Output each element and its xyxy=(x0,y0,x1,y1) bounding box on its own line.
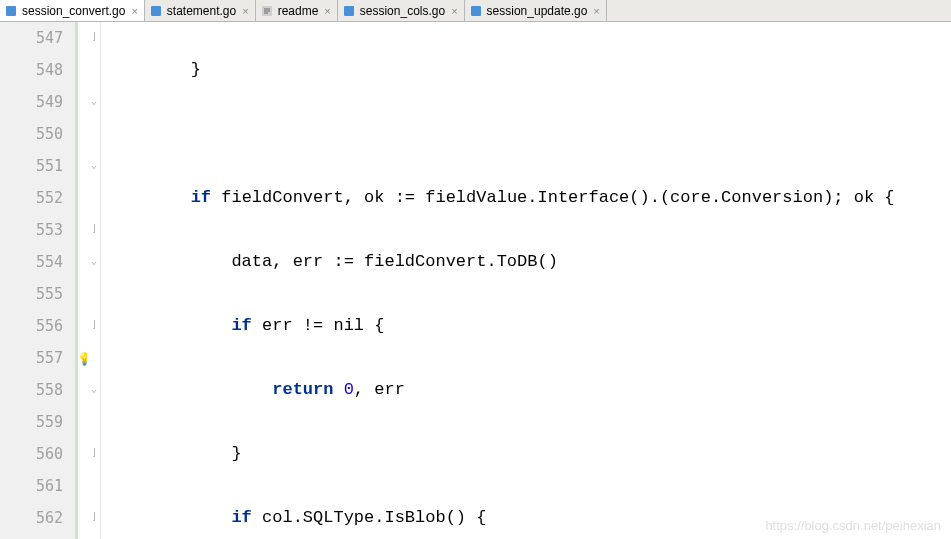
close-icon[interactable]: × xyxy=(242,5,248,17)
line-number: 553 xyxy=(0,214,63,246)
line-number: 559 xyxy=(0,406,63,438)
line-number: 556 xyxy=(0,310,63,342)
fold-start-icon[interactable]: ⌄ xyxy=(89,385,99,395)
go-file-icon xyxy=(342,4,356,18)
code-line: if err != nil { xyxy=(109,310,951,342)
tab-label: statement.go xyxy=(167,4,236,18)
line-number: 552 xyxy=(0,182,63,214)
text-file-icon xyxy=(260,4,274,18)
tab-label: session_convert.go xyxy=(22,4,125,18)
tab-statement[interactable]: statement.go × xyxy=(145,0,256,21)
code-editor[interactable]: 547 548 549 550 551 552 553 554 555 556 … xyxy=(0,22,951,539)
fold-strip: ⌋ ⌄ ⌄ ⌋ ⌄ ⌋ ⌄ ⌋ ⌋ xyxy=(87,22,101,539)
fold-end-icon[interactable]: ⌋ xyxy=(89,225,99,235)
tab-session-cols[interactable]: session_cols.go × xyxy=(338,0,465,21)
fold-end-icon[interactable]: ⌋ xyxy=(89,321,99,331)
svg-rect-7 xyxy=(471,6,481,16)
fold-end-icon[interactable]: ⌋ xyxy=(89,513,99,523)
svg-rect-1 xyxy=(151,6,161,16)
fold-end-icon[interactable]: ⌋ xyxy=(89,449,99,459)
tab-label: session_update.go xyxy=(487,4,588,18)
line-number: 548 xyxy=(0,54,63,86)
code-line: } xyxy=(109,54,951,86)
line-number: 547 xyxy=(0,22,63,54)
code-line: return 0, err xyxy=(109,374,951,406)
fold-end-icon[interactable]: ⌋ xyxy=(89,33,99,43)
editor-tabs: session_convert.go × statement.go × read… xyxy=(0,0,951,22)
svg-rect-6 xyxy=(344,6,354,16)
line-number: 562 xyxy=(0,502,63,534)
svg-rect-0 xyxy=(6,6,16,16)
fold-start-icon[interactable]: ⌄ xyxy=(89,97,99,107)
line-number: 561 xyxy=(0,470,63,502)
line-number-gutter: 547 548 549 550 551 552 553 554 555 556 … xyxy=(0,22,75,539)
tab-label: readme xyxy=(278,4,319,18)
tab-label: session_cols.go xyxy=(360,4,445,18)
code-area[interactable]: } if fieldConvert, ok := fieldValue.Inte… xyxy=(101,22,951,539)
code-line: } xyxy=(109,438,951,470)
close-icon[interactable]: × xyxy=(131,5,137,17)
line-number: 549 xyxy=(0,86,63,118)
tab-session-convert[interactable]: session_convert.go × xyxy=(0,0,145,21)
line-number: 557 xyxy=(0,342,63,374)
line-number: 555 xyxy=(0,278,63,310)
code-line: if col.SQLType.IsBlob() { xyxy=(109,502,951,534)
code-line xyxy=(109,118,951,150)
go-file-icon xyxy=(469,4,483,18)
close-icon[interactable]: × xyxy=(324,5,330,17)
line-number: 554 xyxy=(0,246,63,278)
line-number: 550 xyxy=(0,118,63,150)
fold-start-icon[interactable]: ⌄ xyxy=(89,257,99,267)
tab-session-update[interactable]: session_update.go × xyxy=(465,0,607,21)
go-file-icon xyxy=(149,4,163,18)
close-icon[interactable]: × xyxy=(451,5,457,17)
line-number: 558 xyxy=(0,374,63,406)
line-number: 551 xyxy=(0,150,63,182)
go-file-icon xyxy=(4,4,18,18)
fold-start-icon[interactable]: ⌄ xyxy=(89,161,99,171)
line-number: 560 xyxy=(0,438,63,470)
close-icon[interactable]: × xyxy=(593,5,599,17)
marker-strip: 💡 xyxy=(75,22,87,539)
code-line: if fieldConvert, ok := fieldValue.Interf… xyxy=(109,182,951,214)
tab-readme[interactable]: readme × xyxy=(256,0,338,21)
code-line: data, err := fieldConvert.ToDB() xyxy=(109,246,951,278)
